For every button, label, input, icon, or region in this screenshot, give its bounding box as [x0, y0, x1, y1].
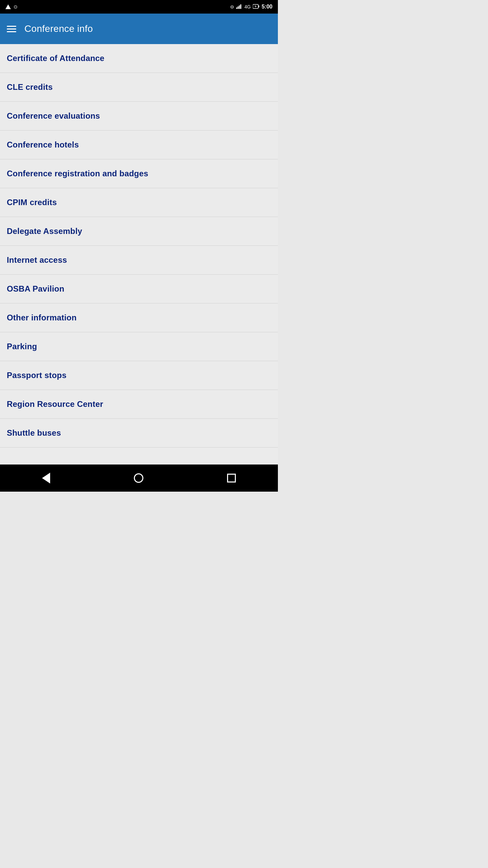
- list-item-text: Conference hotels: [7, 140, 79, 149]
- list-item-text: Region Resource Center: [7, 399, 103, 409]
- list-item[interactable]: Conference registration and badges: [0, 159, 278, 188]
- back-button[interactable]: [39, 469, 54, 487]
- list-item[interactable]: Shuttle buses: [0, 419, 278, 448]
- list-item-text: Parking: [7, 342, 37, 351]
- list-item[interactable]: Internet access: [0, 246, 278, 275]
- list-item-text: Passport stops: [7, 371, 66, 380]
- list-item-text: Other information: [7, 313, 77, 322]
- status-bar-right: ⊖ 4G 5:00: [230, 4, 272, 10]
- menu-icon-line1: [7, 26, 16, 27]
- list-item-text: CLE credits: [7, 82, 53, 92]
- app-bar: Conference info: [0, 14, 278, 44]
- svg-rect-2: [239, 5, 240, 9]
- list-item[interactable]: Conference evaluations: [0, 102, 278, 131]
- home-icon: [134, 473, 143, 483]
- list-item[interactable]: Passport stops: [0, 361, 278, 390]
- list-item-text: CPIM credits: [7, 198, 57, 207]
- list-item[interactable]: Parking: [0, 332, 278, 361]
- svg-rect-0: [236, 7, 237, 9]
- list-item[interactable]: CLE credits: [0, 73, 278, 102]
- dnd-icon: ⊖: [230, 4, 234, 9]
- battery-icon: [253, 4, 260, 10]
- notification-icon: ⊙: [14, 4, 18, 9]
- list-item-text: Conference registration and badges: [7, 169, 148, 178]
- list-item[interactable]: OSBA Pavilion: [0, 275, 278, 303]
- list-container: Certificate of AttendanceCLE creditsConf…: [0, 44, 278, 465]
- list-item[interactable]: Delegate Assembly: [0, 217, 278, 246]
- recents-button[interactable]: [224, 470, 239, 486]
- network-type: 4G: [244, 4, 251, 9]
- list-item[interactable]: Region Resource Center: [0, 390, 278, 419]
- list-item-text: Internet access: [7, 255, 67, 264]
- back-icon: [42, 473, 50, 484]
- svg-rect-1: [238, 6, 239, 9]
- list-item[interactable]: CPIM credits: [0, 188, 278, 217]
- list-item-text: Delegate Assembly: [7, 226, 82, 236]
- svg-rect-5: [259, 5, 259, 7]
- status-bar: ⊙ ⊖ 4G 5:00: [0, 0, 278, 14]
- list-item-text: Conference evaluations: [7, 111, 100, 120]
- svg-rect-3: [240, 4, 241, 9]
- signal-icon: [236, 4, 242, 10]
- list-item-text: Certificate of Attendance: [7, 54, 104, 63]
- warning-icon: [5, 4, 11, 9]
- list-item-text: Shuttle buses: [7, 428, 61, 437]
- home-button[interactable]: [130, 470, 147, 486]
- menu-button[interactable]: [7, 26, 16, 32]
- status-bar-left: ⊙: [5, 4, 18, 9]
- list-item[interactable]: Certificate of Attendance: [0, 44, 278, 73]
- page-title: Conference info: [24, 23, 93, 34]
- nav-bar: [0, 465, 278, 492]
- list-item[interactable]: Conference hotels: [0, 131, 278, 159]
- menu-icon-line3: [7, 31, 16, 32]
- list-item[interactable]: Other information: [0, 303, 278, 332]
- menu-icon-line2: [7, 28, 16, 29]
- recents-icon: [227, 474, 236, 482]
- list-item-text: OSBA Pavilion: [7, 284, 64, 293]
- svg-marker-6: [255, 5, 257, 8]
- status-time: 5:00: [262, 4, 272, 10]
